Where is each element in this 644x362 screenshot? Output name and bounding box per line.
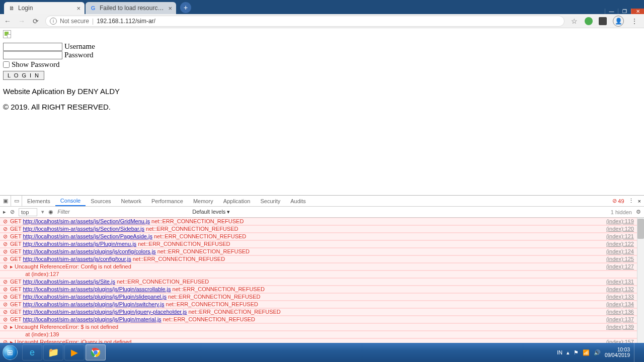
devtools-tab-sources[interactable]: Sources bbox=[86, 196, 116, 206]
devtools-tab-console[interactable]: Console bbox=[55, 196, 86, 206]
console-log-row[interactable]: ⊘GET http://localhost/sim-ar/assets/plug… bbox=[0, 248, 637, 255]
taskbar-ie-icon[interactable]: e bbox=[22, 344, 42, 360]
devtools-tab-application[interactable]: Application bbox=[218, 196, 256, 206]
hidden-count: 1 hidden bbox=[611, 209, 632, 215]
clock[interactable]: 10:03 09/04/2019 bbox=[605, 347, 630, 358]
password-label: Password bbox=[64, 51, 94, 59]
context-select[interactable]: top bbox=[19, 208, 37, 216]
console-log-row[interactable]: ⊘GET http://localhost/sim-ar/assets/js/c… bbox=[0, 255, 637, 263]
scrollbar[interactable] bbox=[637, 218, 644, 343]
clear-console-icon[interactable]: ⊘ bbox=[10, 209, 15, 215]
device-icon[interactable]: ▭ bbox=[11, 196, 22, 206]
toggle-sidebar-icon[interactable]: ▸ bbox=[3, 209, 6, 215]
eye-icon[interactable]: ◉ bbox=[48, 209, 53, 215]
console-log-row[interactable]: ⊘GET http://localhost/sim-ar/assets/js/S… bbox=[0, 218, 637, 225]
console-log-row[interactable]: at (index):127 bbox=[0, 270, 637, 278]
show-desktop-button[interactable] bbox=[634, 343, 640, 362]
back-button[interactable]: ← bbox=[3, 17, 12, 26]
minimize-button[interactable]: — bbox=[605, 9, 618, 14]
devtools-tab-elements[interactable]: Elements bbox=[22, 196, 55, 206]
lang-indicator[interactable]: IN bbox=[557, 349, 562, 355]
devtools-tab-performance[interactable]: Performance bbox=[146, 196, 188, 206]
address-bar: ← → ⟳ i Not secure | 192.168.1.112/sim-a… bbox=[0, 14, 644, 28]
tab-title: Failed to load resource: net::ERR_ bbox=[100, 5, 166, 12]
credit-text: Website Aplication By DENY ALDY bbox=[3, 87, 641, 96]
log-levels-select[interactable]: Default levels ▾ bbox=[192, 209, 230, 215]
username-label: Username bbox=[64, 42, 95, 51]
console-log-row[interactable]: ⊘GET http://localhost/sim-ar/assets/js/S… bbox=[0, 225, 637, 233]
console-log-row[interactable]: ⊘GET http://localhost/sim-ar/assets/plug… bbox=[0, 308, 637, 316]
browser-tab[interactable]: G Failed to load resource: net::ERR_ × bbox=[86, 2, 176, 14]
flag-icon[interactable]: ⚑ bbox=[574, 349, 579, 356]
volume-icon[interactable]: 🔊 bbox=[594, 349, 601, 356]
tray-up-icon[interactable]: ▴ bbox=[567, 349, 570, 356]
close-button[interactable]: ✕ bbox=[631, 9, 644, 14]
file-icon: 🗎 bbox=[8, 5, 15, 12]
console-log-area[interactable]: ⊘GET http://localhost/sim-ar/assets/js/S… bbox=[0, 218, 637, 343]
google-icon: G bbox=[90, 5, 97, 12]
taskbar-media-icon[interactable]: ▶ bbox=[64, 344, 85, 360]
console-log-row[interactable]: ⊘GET http://localhost/sim-ar/assets/plug… bbox=[0, 286, 637, 293]
taskbar-explorer-icon[interactable]: 📁 bbox=[43, 344, 63, 360]
window-controls: — ❐ ✕ bbox=[605, 9, 644, 14]
password-input[interactable] bbox=[3, 51, 62, 59]
login-button[interactable]: L O G I N bbox=[3, 71, 44, 80]
console-log-row[interactable]: ⊘GET http://localhost/sim-ar/assets/plug… bbox=[0, 293, 637, 301]
inspect-icon[interactable]: ▣ bbox=[0, 196, 11, 206]
console-log-row[interactable]: ⊘GET http://localhost/sim-ar/assets/js/S… bbox=[0, 233, 637, 240]
close-icon[interactable]: × bbox=[168, 5, 172, 12]
devtools-tab-network[interactable]: Network bbox=[116, 196, 146, 206]
start-button[interactable]: ⊞ bbox=[0, 343, 20, 362]
console-log-row[interactable]: ⊘▸ Uncaught ReferenceError: jQuery is no… bbox=[0, 338, 637, 343]
console-log-row[interactable]: ⊘▸ Uncaught ReferenceError: Config is no… bbox=[0, 263, 637, 270]
console-log-row[interactable]: ⊘GET http://localhost/sim-ar/assets/plug… bbox=[0, 316, 637, 323]
taskbar-chrome-icon[interactable] bbox=[86, 344, 106, 360]
page-content: Username Password Show Password L O G I … bbox=[0, 28, 644, 195]
system-tray[interactable]: IN ▴ ⚑ 📶 🔊 10:03 09/04/2019 bbox=[557, 343, 644, 362]
show-password-checkbox[interactable] bbox=[3, 61, 10, 68]
console-log-row[interactable]: ⊘GET http://localhost/sim-ar/assets/plug… bbox=[0, 301, 637, 308]
windows-taskbar: ⊞ e 📁 ▶ IN ▴ ⚑ 📶 🔊 10:03 09/04/2019 bbox=[0, 343, 644, 362]
close-icon[interactable]: × bbox=[638, 198, 641, 204]
console-toolbar: ▸ ⊘ top ▾ ◉ Default levels ▾ 1 hidden ⚙ bbox=[0, 207, 644, 218]
tab-title: Login bbox=[18, 5, 74, 12]
console-log-row[interactable]: ⊘▸ Uncaught ReferenceError: $ is not def… bbox=[0, 323, 637, 331]
security-status: Not secure bbox=[60, 18, 89, 25]
maximize-button[interactable]: ❐ bbox=[618, 9, 631, 14]
devtools-tab-audits[interactable]: Audits bbox=[285, 196, 311, 206]
close-icon[interactable]: × bbox=[76, 5, 80, 12]
menu-icon[interactable]: ⋮ bbox=[628, 198, 634, 204]
browser-tabstrip: 🗎 Login × G Failed to load resource: net… bbox=[0, 0, 644, 14]
extension-icon[interactable] bbox=[599, 17, 607, 25]
profile-avatar[interactable]: 👤 bbox=[613, 16, 624, 27]
network-icon[interactable]: 📶 bbox=[583, 349, 590, 356]
bookmark-icon[interactable]: ☆ bbox=[570, 17, 579, 26]
filter-input[interactable] bbox=[57, 209, 188, 215]
svg-point-1 bbox=[94, 350, 98, 354]
browser-tab-active[interactable]: 🗎 Login × bbox=[4, 2, 85, 14]
username-input[interactable] bbox=[3, 43, 62, 51]
console-log-row[interactable]: ⊘GET http://localhost/sim-ar/assets/js/P… bbox=[0, 240, 637, 248]
devtools-tab-security[interactable]: Security bbox=[255, 196, 285, 206]
omnibox[interactable]: i Not secure | 192.168.1.112/sim-ar/ bbox=[45, 16, 565, 27]
broken-image-icon bbox=[3, 30, 11, 38]
menu-icon[interactable]: ⋮ bbox=[630, 17, 639, 26]
console-log-row[interactable]: at (index):139 bbox=[0, 331, 637, 338]
extension-icon[interactable] bbox=[585, 17, 593, 25]
error-count-badge[interactable]: 49 bbox=[612, 198, 624, 204]
info-icon[interactable]: i bbox=[50, 18, 57, 25]
devtools-panel: ▣ ▭ ElementsConsoleSourcesNetworkPerform… bbox=[0, 195, 644, 343]
devtools-tab-memory[interactable]: Memory bbox=[188, 196, 218, 206]
console-log-row[interactable]: ⊘GET http://localhost/sim-ar/assets/js/S… bbox=[0, 278, 637, 286]
show-password-label: Show Password bbox=[12, 60, 59, 69]
copyright-text: © 2019. All RIGHT RESERVED. bbox=[3, 103, 641, 111]
reload-button[interactable]: ⟳ bbox=[31, 17, 40, 26]
gear-icon[interactable]: ⚙ bbox=[636, 209, 641, 215]
url-text: 192.168.1.112/sim-ar/ bbox=[97, 18, 155, 25]
new-tab-button[interactable]: + bbox=[180, 2, 191, 13]
devtools-tabs: ▣ ▭ ElementsConsoleSourcesNetworkPerform… bbox=[0, 196, 644, 207]
forward-button[interactable]: → bbox=[17, 17, 26, 26]
